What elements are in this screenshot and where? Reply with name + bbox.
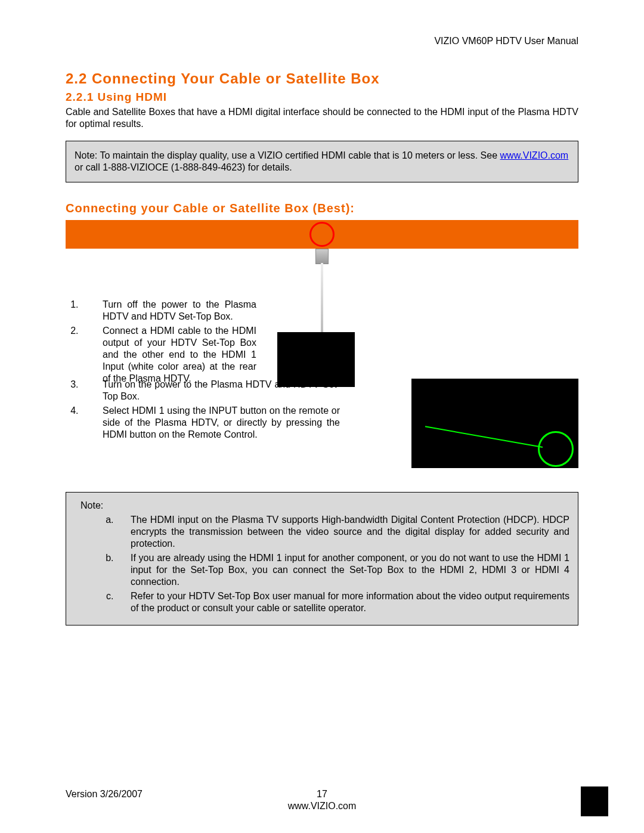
intro-paragraph: Cable and Satellite Boxes that have a HD… <box>66 106 578 130</box>
input-button-highlight-icon <box>538 431 574 467</box>
step-4: Select HDMI 1 using the INPUT button on … <box>81 405 340 441</box>
page-header: VIZIO VM60P HDTV User Manual <box>66 36 578 47</box>
note2-item-c: Refer to your HDTV Set-Top Box user manu… <box>116 590 569 614</box>
section-heading-2-2: 2.2 Connecting Your Cable or Satellite B… <box>66 70 578 87</box>
steps-group-1: Turn off the power to the Plasma HDTV an… <box>66 299 256 387</box>
step-3: Turn on the power to the Plasma HDTV and… <box>81 379 340 402</box>
steps-and-tv-row: Turn on the power to the Plasma HDTV and… <box>66 379 578 474</box>
note2-label: Note: <box>80 500 569 512</box>
cable-diagram: Turn off the power to the Plasma HDTV an… <box>66 249 578 374</box>
section-heading-2-2-1: 2.2.1 Using HDMI <box>66 91 578 104</box>
step-2: Connect a HDMI cable to the HDMI output … <box>81 325 256 385</box>
footer-url: www.VIZIO.com <box>66 801 578 812</box>
note2-item-a: The HDMI input on the Plasma TV supports… <box>116 514 569 550</box>
callout-line-icon <box>425 426 543 448</box>
vizio-link[interactable]: www.VIZIO.com <box>500 150 569 160</box>
corner-mark-icon <box>581 786 608 816</box>
hdmi-port-highlight-icon <box>309 222 335 247</box>
note1-suffix: or call 1-888-VIZIOCE (1-888-849-4623) f… <box>75 162 292 172</box>
tv-image <box>411 379 578 468</box>
footer-version: Version 3/26/2007 <box>66 789 143 800</box>
subheading-best: Connecting your Cable or Satellite Box (… <box>66 202 578 215</box>
tv-port-strip <box>66 220 578 249</box>
hdmi-cable-icon <box>321 263 323 335</box>
step-1: Turn off the power to the Plasma HDTV an… <box>81 299 256 323</box>
manual-page: VIZIO VM60P HDTV User Manual 2.2 Connect… <box>0 0 644 833</box>
note1-prefix: Note: To maintain the display quality, u… <box>75 150 500 160</box>
hdmi-plug-top-icon <box>315 249 329 264</box>
steps-group-2: Turn on the power to the Plasma HDTV and… <box>66 379 340 441</box>
note-box-2: Note: The HDMI input on the Plasma TV su… <box>66 492 578 625</box>
page-footer: Version 3/26/2007 17 www.VIZIO.com <box>66 789 578 812</box>
note-box-1: Note: To maintain the display quality, u… <box>66 141 578 182</box>
note2-item-b: If you are already using the HDMI 1 inpu… <box>116 552 569 588</box>
footer-page-number: 17 <box>317 789 327 800</box>
